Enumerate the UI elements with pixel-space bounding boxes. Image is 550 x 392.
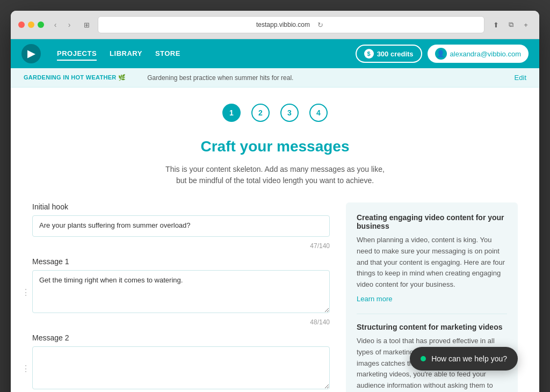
- browser-nav: ‹ ›: [49, 19, 75, 31]
- initial-hook-wrapper: Are your plants suffering from summer ov…: [32, 215, 330, 239]
- nav-menu: PROJECTS LIBRARY STORE: [57, 47, 180, 61]
- maximize-dot[interactable]: [38, 21, 44, 28]
- breadcrumb-description: Gardening best practice when summer hits…: [147, 74, 293, 82]
- message2-label: Message 2: [32, 333, 330, 342]
- credits-button[interactable]: $ 300 credits: [356, 45, 422, 63]
- message1-wrapper: ⋮ Get the timing right when it comes to …: [32, 270, 330, 315]
- step-3[interactable]: 3: [280, 104, 299, 122]
- tab-icon: ⊞: [81, 19, 92, 31]
- message2-drag-handle[interactable]: ⋮: [21, 365, 30, 373]
- address-bar[interactable]: testapp.vibbio.com ↻: [98, 16, 484, 33]
- step-4[interactable]: 4: [309, 104, 328, 122]
- message1-drag-handle[interactable]: ⋮: [21, 288, 30, 297]
- browser-dots: [18, 21, 44, 28]
- initial-hook-char-count: 47/140: [32, 242, 330, 250]
- main-content: 1 2 3 4 Craft your messages This is your…: [11, 88, 539, 392]
- chat-bubble[interactable]: How can we help you?: [410, 347, 518, 371]
- add-tab-button[interactable]: +: [520, 19, 532, 31]
- message2-wrapper: ⋮: [32, 346, 330, 391]
- browser-window: ‹ › ⊞ testapp.vibbio.com ↻ ⬆ ⧉ + ▶ PROJE…: [11, 11, 539, 392]
- forward-button[interactable]: ›: [63, 19, 75, 31]
- learn-more-link[interactable]: Learn more: [357, 295, 507, 303]
- reload-button[interactable]: ↻: [314, 19, 326, 31]
- breadcrumb-bar: GARDENING IN HOT WEATHER 🌿 Gardening bes…: [11, 68, 539, 88]
- url-text: testapp.vibbio.com: [256, 21, 310, 28]
- tip1-section: Creating engaging video content for your…: [357, 213, 507, 303]
- initial-hook-section: Initial hook Are your plants suffering f…: [32, 202, 330, 250]
- message1-input[interactable]: Get the timing right when it comes to wa…: [32, 270, 330, 313]
- browser-chrome: ‹ › ⊞ testapp.vibbio.com ↻ ⬆ ⧉ +: [11, 11, 539, 39]
- breadcrumb-row: GARDENING IN HOT WEATHER 🌿 Gardening bes…: [24, 74, 293, 82]
- back-button[interactable]: ‹: [49, 19, 61, 31]
- chat-online-indicator: [421, 356, 426, 361]
- credits-icon: $: [364, 49, 374, 59]
- user-button[interactable]: 👤 alexandra@vibbio.com: [428, 45, 529, 63]
- user-icon: 👤: [435, 48, 447, 60]
- initial-hook-label: Initial hook: [32, 202, 330, 211]
- tip-divider: [357, 314, 507, 314]
- message2-input[interactable]: [32, 346, 330, 389]
- step-indicators: 1 2 3 4: [32, 104, 518, 122]
- nav-projects[interactable]: PROJECTS: [57, 47, 97, 61]
- close-dot[interactable]: [18, 21, 25, 28]
- user-email: alexandra@vibbio.com: [450, 50, 521, 58]
- tip2-title: Structuring content for marketing videos: [357, 323, 507, 331]
- logo-icon: ▶: [27, 48, 35, 60]
- chat-label: How can we help you?: [431, 354, 507, 363]
- nav-store[interactable]: STORE: [155, 47, 180, 61]
- duplicate-button[interactable]: ⧉: [505, 19, 517, 31]
- tip1-title: Creating engaging video content for your…: [357, 213, 507, 230]
- browser-actions: ⬆ ⧉ +: [490, 19, 532, 31]
- step-1[interactable]: 1: [222, 104, 241, 122]
- message1-label: Message 1: [32, 257, 330, 266]
- nav-library[interactable]: LIBRARY: [110, 47, 142, 61]
- initial-hook-input[interactable]: Are your plants suffering from summer ov…: [32, 215, 330, 237]
- logo[interactable]: ▶: [21, 44, 41, 63]
- share-button[interactable]: ⬆: [490, 19, 502, 31]
- message1-char-count: 48/140: [32, 318, 330, 326]
- message2-section: Message 2 ⋮ 0/140: [32, 333, 330, 392]
- credits-label: 300 credits: [377, 50, 414, 58]
- tip1-text: When planning a video, content is king. …: [357, 235, 507, 291]
- breadcrumb-project[interactable]: GARDENING IN HOT WEATHER 🌿: [24, 74, 126, 81]
- header-right: $ 300 credits 👤 alexandra@vibbio.com: [356, 45, 529, 63]
- page-title: Craft your messages: [32, 138, 518, 155]
- step-2[interactable]: 2: [251, 104, 270, 122]
- messages-column: Initial hook Are your plants suffering f…: [32, 202, 330, 392]
- page-subtitle: This is your content skeleton. Add as ma…: [162, 164, 388, 186]
- app-header: ▶ PROJECTS LIBRARY STORE $ 300 credits 👤…: [11, 39, 539, 68]
- minimize-dot[interactable]: [28, 21, 34, 28]
- edit-link[interactable]: Edit: [515, 74, 526, 82]
- message1-section: Message 1 ⋮ Get the timing right when it…: [32, 257, 330, 326]
